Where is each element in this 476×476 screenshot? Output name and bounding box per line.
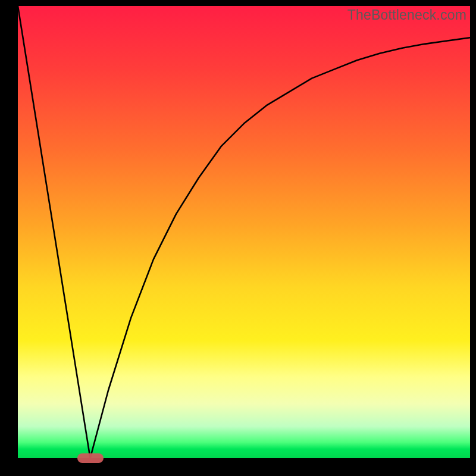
vertex-marker (77, 453, 104, 463)
curve-svg (18, 6, 470, 458)
data-curve (18, 6, 470, 458)
watermark-text: TheBottleneck.com (347, 7, 466, 23)
chart-frame: TheBottleneck.com (0, 0, 476, 476)
plot-area: TheBottleneck.com (18, 6, 470, 458)
